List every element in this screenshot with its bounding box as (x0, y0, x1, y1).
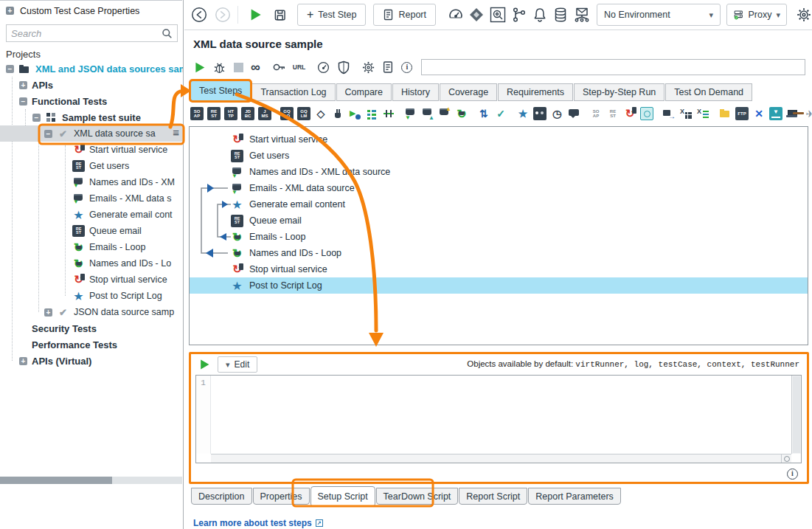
expander-icon[interactable]: − (32, 114, 41, 122)
expander-icon[interactable]: + (19, 357, 27, 365)
tree-item[interactable]: − XML and JSON data sources sam (0, 60, 183, 77)
tree-item[interactable]: Stop virtual service (0, 272, 183, 288)
checklist-step-icon[interactable] (365, 107, 378, 120)
security-shield-icon[interactable] (337, 60, 350, 75)
xml-grid-step-icon[interactable] (679, 107, 693, 120)
horizontal-scrollbar[interactable] (0, 477, 182, 484)
machine-step-icon[interactable] (786, 107, 799, 120)
scrollbar-thumb[interactable] (0, 477, 112, 484)
soap-mock-step-icon[interactable]: SO AP (589, 107, 603, 120)
performance-gauge-icon[interactable] (316, 60, 330, 75)
loop-infinity-icon[interactable]: ∞ (251, 60, 260, 74)
loop-step-icon[interactable] (455, 107, 468, 120)
publish-step-icon[interactable] (662, 107, 676, 120)
git-branch-icon[interactable] (511, 7, 527, 23)
virt-runner-step-icon[interactable] (623, 107, 636, 120)
http-step-icon[interactable]: HT TP (224, 107, 237, 120)
notifications-bell-icon[interactable] (532, 7, 548, 23)
api-polygon-step-icon[interactable]: ◇ (314, 107, 327, 120)
tree-item[interactable]: Names and IDs - XM (0, 174, 183, 190)
manual-step-icon[interactable] (567, 107, 580, 120)
rest-step-icon[interactable]: RE ST (207, 107, 221, 120)
tree-item[interactable]: + JSON data source samp (0, 304, 183, 320)
tree-item[interactable]: + APIs (0, 77, 183, 93)
learn-more-link[interactable]: Learn more about test steps (193, 518, 323, 528)
test-step-row[interactable]: Generate email content (190, 196, 808, 212)
expander-icon[interactable]: + (19, 81, 27, 89)
tab[interactable]: Report Script (459, 488, 527, 505)
tab[interactable]: TearDown Script (376, 488, 459, 505)
amf-step-icon[interactable] (640, 107, 653, 120)
tree-item[interactable]: Names and IDs - Lo (0, 255, 183, 272)
auth-key-icon[interactable] (272, 60, 287, 74)
tray-step-icon[interactable] (769, 107, 782, 120)
add-test-step-button[interactable]: Test Step (297, 4, 366, 26)
tree-item[interactable]: + APIs (Virtual) (0, 353, 183, 369)
test-step-row[interactable]: Names and IDs - XML data source (190, 164, 808, 180)
stop-button[interactable] (234, 63, 243, 72)
tree-item[interactable]: − Sample test suite (0, 109, 183, 125)
tab[interactable]: History (392, 83, 439, 101)
tab[interactable]: Coverage (440, 83, 497, 101)
run-testcase-step-icon[interactable] (348, 107, 361, 120)
test-step-row[interactable]: Emails - Loop (190, 229, 808, 245)
tab[interactable]: Properties (253, 488, 310, 505)
tab[interactable]: Report Parameters (528, 488, 621, 505)
tab[interactable]: Test Steps (190, 80, 251, 101)
graphql-query-step-icon[interactable]: GQ LQ (280, 107, 294, 120)
test-step-row[interactable]: Queue email (190, 212, 808, 229)
slider-step-icon[interactable] (382, 107, 395, 120)
tree-item[interactable]: Post to Script Log (0, 288, 183, 304)
search-input[interactable] (11, 28, 162, 39)
debug-bug-icon[interactable] (212, 60, 226, 75)
jms-step-icon[interactable]: J MS (258, 107, 271, 120)
run-button[interactable] (249, 7, 263, 22)
back-button[interactable] (190, 5, 208, 24)
settings-gear-icon[interactable] (361, 60, 375, 75)
ftp-step-icon[interactable]: FTP (735, 107, 749, 120)
test-step-row[interactable]: Names and IDs - Loop (190, 245, 808, 261)
api-discovery-icon[interactable] (489, 6, 507, 24)
tree-item[interactable]: Get users (0, 158, 183, 174)
test-step-row[interactable]: Start virtual service (190, 131, 808, 148)
tree-item[interactable]: − XML data source sa (0, 125, 183, 142)
edit-dropdown-button[interactable]: Edit (218, 356, 257, 373)
expander-icon[interactable]: − (19, 97, 27, 106)
delay-step-icon[interactable]: ◷ (550, 107, 563, 120)
tree-item[interactable]: Emails - XML data s (0, 190, 183, 207)
mail-network-icon[interactable] (573, 7, 591, 23)
groovy-script-step-icon[interactable]: ★ (516, 107, 530, 120)
expander-icon[interactable]: + (44, 308, 52, 317)
resize-grip-icon[interactable] (781, 454, 791, 463)
datagen-step-icon[interactable] (438, 107, 451, 120)
tab[interactable]: Step-by-Step Run (574, 83, 664, 101)
assert-step-icon[interactable]: ✓ (494, 107, 507, 120)
test-step-row[interactable]: Stop virtual service (190, 261, 808, 277)
environment-select[interactable]: No Environment (597, 4, 721, 26)
report-button[interactable]: Report (373, 4, 436, 26)
info-icon[interactable] (401, 62, 412, 73)
test-step-row[interactable]: Post to Script Log (190, 277, 808, 294)
info-icon[interactable] (787, 469, 798, 480)
settings-gear-icon[interactable] (796, 7, 812, 23)
test-step-row[interactable]: Get users (190, 148, 808, 164)
dashboard-gauge-icon[interactable] (448, 7, 464, 23)
editor-horizontal-scrollbar[interactable] (211, 454, 791, 463)
tab[interactable]: Requirements (498, 83, 573, 101)
jdbc-step-icon[interactable]: JD BC (241, 107, 254, 120)
tab[interactable]: Description (191, 488, 252, 505)
menu-icon[interactable] (173, 126, 179, 139)
scrollbar-thumb[interactable] (793, 376, 800, 453)
url-option-label[interactable]: URL (293, 63, 305, 71)
properties-section[interactable]: Custom Test Case Properties (0, 0, 182, 21)
tcp-plug-step-icon[interactable] (331, 107, 344, 120)
datasource-step-icon[interactable] (404, 107, 417, 120)
forward-button[interactable] (214, 5, 232, 24)
soap-step-icon[interactable]: SO AP (190, 107, 204, 120)
editor-vertical-scrollbar[interactable] (791, 376, 801, 454)
tree-item[interactable]: Emails - Loop (0, 239, 183, 255)
expander-icon[interactable]: − (44, 130, 52, 138)
tree-item[interactable]: − Functional Tests (0, 93, 183, 109)
tree-item[interactable]: Generate email cont (0, 207, 183, 223)
tree-item[interactable]: Performance Tests (0, 336, 183, 353)
